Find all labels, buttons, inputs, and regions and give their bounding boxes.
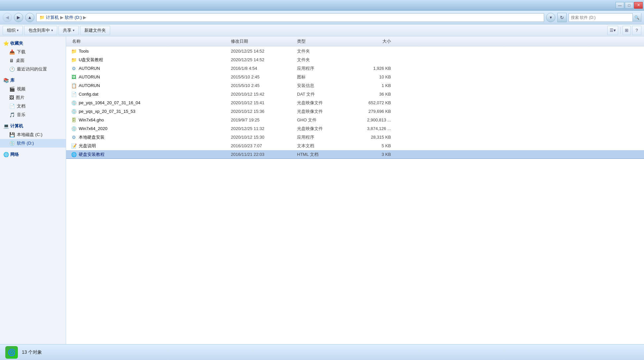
local-c-label: 本地磁盘 (C:): [17, 132, 42, 138]
sidebar-header-library[interactable]: 📚 库: [0, 76, 66, 85]
col-header-size[interactable]: 大小: [347, 38, 394, 44]
share-dropdown-arrow: ▾: [73, 28, 74, 32]
table-row[interactable]: 📝 光盘说明 2016/10/23 7:07 文本文档 5 KB: [66, 142, 644, 150]
file-name-text: 光盘说明: [79, 143, 96, 149]
file-list: 📁 Tools 2020/12/25 14:52 文件夹 📁 U盘安装教程 20…: [66, 46, 644, 344]
file-date-cell: 2020/10/12 15:42: [228, 92, 294, 97]
organize-button[interactable]: 组织 ▾: [3, 26, 23, 35]
include-library-button[interactable]: 包含到库中 ▾: [24, 26, 57, 35]
sidebar-item-documents[interactable]: 📄 文档: [0, 102, 66, 111]
file-icon: 🌐: [71, 152, 77, 158]
view-mode-icon: ⊞: [625, 28, 628, 33]
breadcrumb[interactable]: 📁 计算机 ▶ 软件 (D:) ▶: [36, 13, 544, 22]
file-date-cell: 2020/12/25 14:52: [228, 57, 294, 62]
file-icon: 💿: [71, 109, 77, 114]
music-icon: 🎵: [9, 112, 15, 117]
file-icon: 📁: [71, 57, 77, 63]
file-size-cell: 652,072 KB: [347, 100, 394, 105]
file-size-cell: 10 KB: [347, 74, 394, 79]
file-icon: 🖼: [71, 74, 77, 80]
sidebar-item-downloads[interactable]: 📥 下载: [0, 48, 66, 56]
file-date-cell: 2015/5/10 2:45: [228, 74, 294, 79]
sidebar-item-software-d[interactable]: 💿 软件 (D:): [0, 139, 66, 148]
sidebar-item-recent[interactable]: 🕐 最近访问的位置: [0, 65, 66, 73]
search-input[interactable]: [569, 15, 632, 20]
share-button[interactable]: 共享 ▾: [59, 26, 79, 35]
file-type-cell: 文件夹: [294, 48, 347, 54]
sidebar-header-favorites[interactable]: ⭐ 收藏夹: [0, 39, 66, 48]
file-name-text: Win7x64.gho: [79, 117, 104, 122]
sidebar-item-pictures[interactable]: 🖼 图片: [0, 93, 66, 102]
file-size-cell: 1,926 KB: [347, 66, 394, 71]
file-type-cell: 图标: [294, 74, 347, 80]
back-button[interactable]: ◀: [3, 13, 12, 22]
addressbar: ◀ ▶ ▲ 📁 计算机 ▶ 软件 (D:) ▶ ▾ ↻ 🔍: [0, 11, 644, 24]
breadcrumb-drive[interactable]: 软件 (D:): [65, 15, 82, 21]
search-icon: 🔍: [634, 15, 639, 20]
table-row[interactable]: 📋 AUTORUN 2015/5/10 2:45 安装信息 1 KB: [66, 81, 644, 90]
table-row[interactable]: 📄 Config.dat 2020/10/12 15:42 DAT 文件 36 …: [66, 90, 644, 99]
include-dropdown-arrow: ▾: [51, 28, 53, 32]
include-label: 包含到库中: [28, 27, 50, 33]
breadcrumb-computer[interactable]: 计算机: [46, 15, 59, 21]
search-button[interactable]: 🔍: [632, 13, 641, 22]
col-header-date[interactable]: 修改日期: [228, 38, 294, 44]
file-name-text: 本地硬盘安装: [79, 134, 105, 140]
file-name-text: pe_yqs_xp_20_07_31_15_53: [79, 109, 135, 114]
titlebar-buttons: — □ ✕: [616, 2, 643, 9]
view-button[interactable]: ☰ ▾: [607, 26, 618, 35]
sidebar-header-network[interactable]: 🌐 网络: [0, 150, 66, 159]
pictures-icon: 🖼: [9, 95, 14, 100]
new-folder-button[interactable]: 新建文件夹: [80, 26, 110, 35]
table-row[interactable]: 💿 pe_yqs_1064_20_07_31_16_04 2020/10/12 …: [66, 99, 644, 107]
sidebar-item-desktop[interactable]: 🖥 桌面: [0, 56, 66, 65]
toolbar: 组织 ▾ 包含到库中 ▾ 共享 ▾ 新建文件夹 ☰ ▾ ⊞ ?: [0, 24, 644, 36]
favorites-icon: ⭐: [3, 41, 9, 46]
table-row[interactable]: ⚙ AUTORUN 2016/1/8 4:54 应用程序 1,926 KB: [66, 64, 644, 73]
file-date-cell: 2020/10/12 15:41: [228, 100, 294, 105]
file-date-cell: 2019/9/7 19:25: [228, 117, 294, 122]
status-count: 13 个对象: [22, 349, 42, 355]
file-date-cell: 2020/12/25 11:32: [228, 126, 294, 131]
maximize-button[interactable]: □: [625, 2, 633, 9]
table-row[interactable]: 📁 Tools 2020/12/25 14:52 文件夹: [66, 47, 644, 56]
file-icon: ⚙: [71, 66, 77, 71]
table-row[interactable]: ⚙ 本地硬盘安装 2020/10/12 15:30 应用程序 28,315 KB: [66, 133, 644, 142]
col-header-type[interactable]: 类型: [294, 38, 347, 44]
dropdown-button[interactable]: ▾: [546, 13, 555, 22]
file-name-cell: 📁 U盘安装教程: [69, 57, 228, 63]
recent-icon: 🕐: [9, 67, 15, 72]
table-row[interactable]: 💿 Win7x64_2020 2020/12/25 11:32 光盘映像文件 3…: [66, 124, 644, 133]
table-row[interactable]: 🌐 硬盘安装教程 2016/11/21 22:03 HTML 文档 3 KB: [66, 150, 644, 159]
file-size-cell: 36 KB: [347, 92, 394, 97]
view-mode-button[interactable]: ⊞: [623, 26, 631, 35]
sidebar-item-video[interactable]: 🎬 视频: [0, 85, 66, 93]
table-row[interactable]: 📁 U盘安装教程 2020/12/25 14:52 文件夹: [66, 56, 644, 64]
breadcrumb-sep-1: ▶: [60, 15, 64, 20]
music-label: 音乐: [17, 112, 25, 118]
file-name-cell: 🗄 Win7x64.gho: [69, 117, 228, 123]
table-row[interactable]: 🖼 AUTORUN 2015/5/10 2:45 图标 10 KB: [66, 73, 644, 81]
up-button[interactable]: ▲: [25, 13, 34, 22]
minimize-button[interactable]: —: [616, 2, 624, 9]
forward-button[interactable]: ▶: [14, 13, 23, 22]
file-name-cell: 📄 Config.dat: [69, 91, 228, 97]
dropdown-icon: ▾: [550, 15, 552, 20]
sidebar-header-computer[interactable]: 💻 计算机: [0, 122, 66, 130]
file-name-text: Config.dat: [79, 92, 98, 97]
sidebar-item-music[interactable]: 🎵 音乐: [0, 111, 66, 119]
table-row[interactable]: 💿 pe_yqs_xp_20_07_31_15_53 2020/10/12 15…: [66, 107, 644, 116]
file-icon: 💿: [71, 126, 77, 132]
computer-icon: 💻: [3, 123, 9, 129]
refresh-button[interactable]: ↻: [557, 13, 567, 22]
close-button[interactable]: ✕: [634, 2, 643, 9]
file-type-cell: HTML 文档: [294, 152, 347, 158]
help-button[interactable]: ?: [632, 26, 641, 35]
file-name-text: AUTORUN: [79, 74, 100, 79]
table-row[interactable]: 🗄 Win7x64.gho 2019/9/7 19:25 GHO 文件 2,90…: [66, 116, 644, 124]
sidebar-item-local-c[interactable]: 💾 本地磁盘 (C:): [0, 130, 66, 139]
pictures-label: 图片: [16, 95, 24, 101]
col-header-name[interactable]: 名称: [69, 38, 228, 44]
software-d-label: 软件 (D:): [17, 140, 34, 146]
sidebar-section-computer: 💻 计算机 💾 本地磁盘 (C:) 💿 软件 (D:): [0, 122, 66, 148]
